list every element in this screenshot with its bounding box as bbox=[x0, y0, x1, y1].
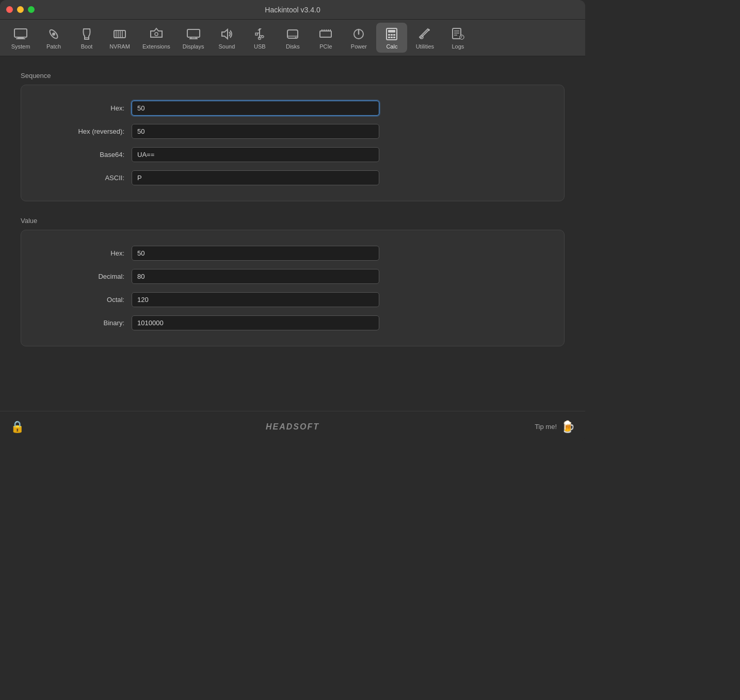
close-button[interactable] bbox=[6, 6, 13, 13]
toolbar-label-boot: Boot bbox=[81, 43, 93, 50]
logs-icon bbox=[449, 26, 466, 42]
utilities-icon bbox=[416, 26, 433, 42]
toolbar-label-sound: Sound bbox=[218, 43, 235, 50]
sequence-hex-reversed-input[interactable] bbox=[132, 124, 379, 139]
sequence-ascii-input[interactable] bbox=[132, 170, 379, 185]
toolbar-item-system[interactable]: System bbox=[5, 23, 36, 53]
sequence-base64-label: Base64: bbox=[42, 151, 124, 158]
displays-icon bbox=[185, 26, 202, 42]
sequence-ascii-row: ASCII: bbox=[42, 170, 543, 185]
toolbar-label-nvram: NVRAM bbox=[109, 43, 130, 50]
value-title: Value bbox=[21, 217, 565, 225]
nvram-icon bbox=[111, 26, 128, 42]
sequence-hex-input[interactable] bbox=[132, 101, 379, 116]
toolbar-item-disks[interactable]: Disks bbox=[277, 23, 308, 53]
patch-icon bbox=[45, 26, 62, 42]
toolbar-item-logs[interactable]: Logs bbox=[442, 23, 473, 53]
boot-icon bbox=[78, 26, 95, 42]
beer-icon: 🍺 bbox=[561, 420, 575, 434]
svg-rect-1 bbox=[18, 37, 24, 38]
toolbar-item-usb[interactable]: USB bbox=[244, 23, 275, 53]
svg-rect-26 bbox=[320, 31, 331, 37]
svg-rect-19 bbox=[255, 33, 258, 35]
toolbar-label-utilities: Utilities bbox=[416, 43, 434, 50]
svg-rect-37 bbox=[393, 34, 395, 36]
svg-rect-12 bbox=[187, 29, 200, 37]
toolbar-item-boot[interactable]: Boot bbox=[71, 23, 102, 53]
sequence-ascii-label: ASCII: bbox=[42, 174, 124, 182]
toolbar-item-extensions[interactable]: Extensions bbox=[137, 23, 175, 53]
value-octal-input[interactable] bbox=[132, 292, 379, 307]
tip-label: Tip me! bbox=[535, 423, 557, 431]
sequence-hex-label: Hex: bbox=[42, 104, 124, 112]
svg-point-25 bbox=[295, 37, 297, 39]
toolbar-item-utilities[interactable]: Utilities bbox=[409, 23, 440, 53]
svg-rect-35 bbox=[388, 34, 390, 36]
toolbar-label-displays: Displays bbox=[183, 43, 204, 50]
svg-rect-36 bbox=[391, 34, 393, 36]
svg-rect-0 bbox=[14, 29, 27, 37]
sequence-hex-reversed-row: Hex (reversed): bbox=[42, 124, 543, 139]
extensions-icon bbox=[148, 26, 165, 42]
value-section: Value Hex: Decimal: Octal: Binary: bbox=[21, 217, 565, 346]
toolbar-label-logs: Logs bbox=[452, 43, 464, 50]
toolbar-label-usb: USB bbox=[254, 43, 266, 50]
svg-rect-39 bbox=[391, 37, 393, 38]
toolbar-item-power[interactable]: Power bbox=[343, 23, 374, 53]
toolbar-label-pcie: PCIe bbox=[319, 43, 332, 50]
app-title: Hackintool v3.4.0 bbox=[265, 6, 320, 14]
toolbar-item-displays[interactable]: Displays bbox=[178, 23, 210, 53]
toolbar-item-calc[interactable]: Calc bbox=[376, 23, 407, 53]
toolbar-label-calc: Calc bbox=[386, 43, 397, 50]
svg-point-21 bbox=[262, 36, 264, 38]
svg-marker-16 bbox=[222, 29, 228, 39]
value-binary-row: Binary: bbox=[42, 315, 543, 330]
brand-label: HEADSOFT bbox=[266, 422, 319, 432]
toolbar-item-sound[interactable]: Sound bbox=[211, 23, 242, 53]
sequence-box: Hex: Hex (reversed): Base64: ASCII: bbox=[21, 85, 565, 201]
svg-rect-34 bbox=[388, 30, 395, 33]
pcie-icon bbox=[317, 26, 334, 42]
sequence-base64-row: Base64: bbox=[42, 147, 543, 162]
toolbar-item-nvram[interactable]: NVRAM bbox=[104, 23, 135, 53]
usb-icon bbox=[251, 26, 268, 42]
toolbar: System Patch Boot NVRAM Extensions Displ… bbox=[0, 20, 585, 56]
main-content: Sequence Hex: Hex (reversed): Base64: AS… bbox=[0, 56, 585, 377]
svg-rect-2 bbox=[16, 38, 25, 39]
svg-rect-38 bbox=[388, 37, 390, 38]
toolbar-label-system: System bbox=[11, 43, 30, 50]
system-icon bbox=[12, 26, 29, 42]
value-hex-label: Hex: bbox=[42, 249, 124, 257]
sequence-hex-reversed-label: Hex (reversed): bbox=[42, 128, 124, 135]
svg-point-4 bbox=[52, 33, 55, 36]
footer: 🔒 HEADSOFT Tip me! 🍺 bbox=[0, 411, 585, 442]
value-hex-input[interactable] bbox=[132, 246, 379, 261]
toolbar-label-disks: Disks bbox=[286, 43, 300, 50]
value-decimal-input[interactable] bbox=[132, 269, 379, 284]
value-octal-row: Octal: bbox=[42, 292, 543, 307]
value-decimal-label: Decimal: bbox=[42, 273, 124, 280]
tip-section[interactable]: Tip me! 🍺 bbox=[535, 420, 575, 434]
svg-rect-23 bbox=[287, 30, 298, 38]
sequence-title: Sequence bbox=[21, 72, 565, 79]
traffic-lights bbox=[6, 6, 35, 13]
minimize-button[interactable] bbox=[17, 6, 24, 13]
titlebar: Hackintool v3.4.0 bbox=[0, 0, 585, 20]
sequence-hex-row: Hex: bbox=[42, 101, 543, 116]
sequence-base64-input[interactable] bbox=[132, 147, 379, 162]
value-binary-input[interactable] bbox=[132, 315, 379, 330]
value-binary-label: Binary: bbox=[42, 319, 124, 327]
toolbar-label-power: Power bbox=[351, 43, 367, 50]
calc-icon bbox=[383, 26, 400, 42]
value-decimal-row: Decimal: bbox=[42, 269, 543, 284]
svg-point-11 bbox=[155, 33, 158, 36]
lock-icon[interactable]: 🔒 bbox=[10, 420, 24, 434]
power-icon bbox=[350, 26, 367, 42]
toolbar-item-pcie[interactable]: PCIe bbox=[310, 23, 341, 53]
toolbar-item-patch[interactable]: Patch bbox=[38, 23, 69, 53]
sequence-section: Sequence Hex: Hex (reversed): Base64: AS… bbox=[21, 72, 565, 201]
sound-icon bbox=[218, 26, 235, 42]
zoom-button[interactable] bbox=[28, 6, 35, 13]
value-box: Hex: Decimal: Octal: Binary: bbox=[21, 230, 565, 346]
svg-rect-40 bbox=[393, 37, 395, 38]
